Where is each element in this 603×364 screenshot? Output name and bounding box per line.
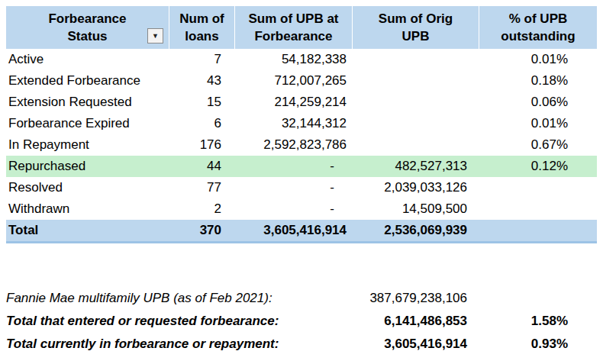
table-row: Extended Forbearance 43 712,007,265 0.18… xyxy=(6,70,597,92)
cell-pct-upb-outstanding[interactable]: 0.18% xyxy=(479,70,597,92)
table-row-highlighted: Repurchased 44 - 482,527,313 0.12% xyxy=(6,156,597,177)
cell-status[interactable]: In Repayment xyxy=(6,134,169,156)
cell-upb-at-forbearance[interactable]: 32,144,312 xyxy=(235,113,353,134)
cell-upb-at-forbearance[interactable]: 712,007,265 xyxy=(235,70,353,92)
cell-orig-upb[interactable] xyxy=(353,92,479,113)
summary-label[interactable]: Total currently in forbearance or repaym… xyxy=(6,333,353,356)
cell-pct-upb-outstanding[interactable] xyxy=(479,198,597,220)
summary-row: Total currently in forbearance or repaym… xyxy=(6,333,597,356)
summary-value[interactable]: 6,141,486,853 xyxy=(353,310,479,333)
cell-orig-upb[interactable] xyxy=(353,134,479,156)
cell-upb-at-forbearance[interactable]: 3,605,416,914 xyxy=(235,220,353,241)
header-text: Status xyxy=(6,27,169,45)
cell-num-loans[interactable]: 176 xyxy=(169,134,235,156)
cell-status[interactable]: Extended Forbearance xyxy=(6,70,169,92)
summary-value[interactable]: 387,679,238,106 xyxy=(353,287,479,310)
cell-upb-at-forbearance[interactable]: 2,592,823,786 xyxy=(235,134,353,156)
forbearance-pivot-table: Forbearance Status ▼ Num of loans Sum of… xyxy=(6,6,603,243)
filter-dropdown-button[interactable]: ▼ xyxy=(147,28,163,43)
cell-pct-upb-outstanding[interactable]: 0.67% xyxy=(479,134,597,156)
cell-status[interactable]: Repurchased xyxy=(6,156,169,177)
cell-pct-upb-outstanding[interactable]: 0.06% xyxy=(479,92,597,113)
summary-section: Fannie Mae multifamily UPB (as of Feb 20… xyxy=(6,287,597,356)
cell-pct-upb-outstanding[interactable] xyxy=(479,177,597,198)
summary-pct[interactable]: 0.93% xyxy=(479,333,597,356)
cell-pct-upb-outstanding[interactable]: 0.01% xyxy=(479,113,597,134)
cell-orig-upb[interactable]: 2,039,033,126 xyxy=(353,177,479,198)
cell-pct-upb-outstanding[interactable]: 0.12% xyxy=(479,156,597,177)
cell-num-loans[interactable]: 6 xyxy=(169,113,235,134)
cell-status[interactable]: Resolved xyxy=(6,177,169,198)
header-text: Forbearance xyxy=(235,27,352,45)
header-text: loans xyxy=(169,27,234,45)
cell-num-loans[interactable]: 2 xyxy=(169,198,235,220)
cell-upb-at-forbearance[interactable]: 54,182,338 xyxy=(235,49,353,70)
cell-num-loans[interactable]: 43 xyxy=(169,70,235,92)
cell-orig-upb[interactable]: 2,536,069,939 xyxy=(353,220,479,241)
cell-pct-upb-outstanding[interactable]: 0.01% xyxy=(479,49,597,70)
summary-row: Total that entered or requested forbeara… xyxy=(6,310,597,333)
cell-upb-at-forbearance[interactable]: - xyxy=(235,198,353,220)
summary-label[interactable]: Total that entered or requested forbeara… xyxy=(6,310,353,333)
header-text: outstanding xyxy=(479,27,597,45)
summary-value[interactable]: 3,605,416,914 xyxy=(353,333,479,356)
cell-status[interactable]: Total xyxy=(6,220,169,241)
cell-orig-upb[interactable]: 482,527,313 xyxy=(353,156,479,177)
header-text: % of UPB xyxy=(479,10,597,27)
header-sum-orig-upb[interactable]: Sum of Orig UPB xyxy=(353,6,479,49)
table-row: Active 7 54,182,338 0.01% xyxy=(6,49,597,70)
header-text: Sum of Orig xyxy=(353,10,479,27)
table-header-row: Forbearance Status ▼ Num of loans Sum of… xyxy=(6,6,597,49)
header-text: Num of xyxy=(169,10,234,27)
cell-status[interactable]: Active xyxy=(6,49,169,70)
chevron-down-icon: ▼ xyxy=(152,33,159,40)
table-total-row: Total 370 3,605,416,914 2,536,069,939 xyxy=(6,220,597,243)
table-row: Withdrawn 2 - 14,509,500 xyxy=(6,198,597,220)
cell-upb-at-forbearance[interactable]: - xyxy=(235,156,353,177)
header-text: Sum of UPB at xyxy=(235,10,352,27)
spreadsheet-region: Forbearance Status ▼ Num of loans Sum of… xyxy=(0,0,603,356)
cell-status[interactable]: Withdrawn xyxy=(6,198,169,220)
header-num-of-loans[interactable]: Num of loans xyxy=(169,6,235,49)
header-pct-upb-outstanding[interactable]: % of UPB outstanding xyxy=(479,6,597,49)
cell-upb-at-forbearance[interactable]: - xyxy=(235,177,353,198)
summary-label[interactable]: Fannie Mae multifamily UPB (as of Feb 20… xyxy=(6,287,353,310)
header-text: Forbearance xyxy=(6,10,169,27)
cell-num-loans[interactable]: 44 xyxy=(169,156,235,177)
table-row: Forbearance Expired 6 32,144,312 0.01% xyxy=(6,113,597,134)
table-row: Extension Requested 15 214,259,214 0.06% xyxy=(6,92,597,113)
cell-status[interactable]: Forbearance Expired xyxy=(6,113,169,134)
cell-num-loans[interactable]: 15 xyxy=(169,92,235,113)
header-sum-upb-at-forbearance[interactable]: Sum of UPB at Forbearance xyxy=(235,6,353,49)
cell-orig-upb[interactable] xyxy=(353,70,479,92)
cell-num-loans[interactable]: 77 xyxy=(169,177,235,198)
cell-orig-upb[interactable] xyxy=(353,49,479,70)
summary-pct[interactable] xyxy=(479,287,597,310)
header-text: UPB xyxy=(353,27,479,45)
summary-row: Fannie Mae multifamily UPB (as of Feb 20… xyxy=(6,287,597,310)
cell-orig-upb[interactable]: 14,509,500 xyxy=(353,198,479,220)
cell-upb-at-forbearance[interactable]: 214,259,214 xyxy=(235,92,353,113)
cell-num-loans[interactable]: 7 xyxy=(169,49,235,70)
table-row: In Repayment 176 2,592,823,786 0.67% xyxy=(6,134,597,156)
table-row: Resolved 77 - 2,039,033,126 xyxy=(6,177,597,198)
summary-pct[interactable]: 1.58% xyxy=(479,310,597,333)
cell-pct-upb-outstanding[interactable] xyxy=(479,220,597,241)
header-forbearance-status[interactable]: Forbearance Status ▼ xyxy=(6,6,169,49)
cell-orig-upb[interactable] xyxy=(353,113,479,134)
cell-status[interactable]: Extension Requested xyxy=(6,92,169,113)
cell-num-loans[interactable]: 370 xyxy=(169,220,235,241)
